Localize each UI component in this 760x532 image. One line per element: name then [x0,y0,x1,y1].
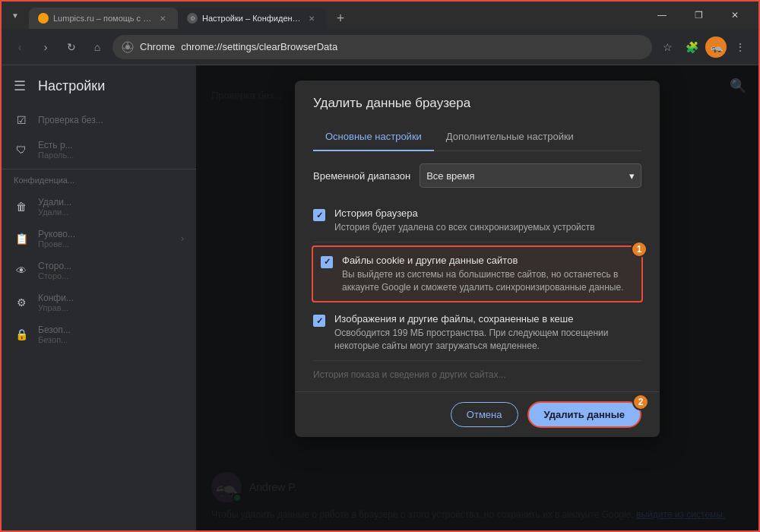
badge-2: 2 [632,394,649,410]
cookies-title: Файлы cookie и другие данные сайтов [342,255,634,266]
sidebar-item-book[interactable]: 📋 Руково... Прове... › [2,223,196,255]
cancel-button[interactable]: Отмена [451,402,518,427]
sidebar-item-lock-label: Безоп... Безоп... [38,325,184,344]
sidebar-title: Настройки [38,78,105,94]
browser-frame: ▼ Lumpics.ru – помощь с компью... ✕ ⚙ На… [0,0,760,532]
checkbox-cache: Изображения и другие файлы, сохраненные … [313,306,641,361]
modal-overlay: Удалить данные браузера Основные настрой… [196,65,758,530]
tab-favicon-lumpics [38,13,49,24]
sidebar-item-gear-label: Конфи... Управ... [38,293,184,312]
sidebar-item-check[interactable]: ☑ Проверка без... [2,106,196,134]
cache-title: Изображения и другие файлы, сохраненные … [334,313,641,325]
sidebar-header: ☰ Настройки [2,71,196,106]
sidebar-item-lock[interactable]: 🔒 Безоп... Безоп... [2,318,196,350]
svg-point-1 [125,45,130,49]
cache-desc: Освободится 199 МБ пространства. При сле… [334,327,641,353]
title-bar: ▼ Lumpics.ru – помощь с компью... ✕ ⚙ На… [2,2,758,29]
check-icon: ☑ [14,112,29,128]
sidebar-item-gear[interactable]: ⚙ Конфи... Управ... [2,287,196,318]
modal-body: Временной диапазон Все время ▾ История б… [295,151,660,391]
menu-dots-icon[interactable]: ⋮ [730,36,751,58]
tab-dropdown[interactable]: ▼ [8,8,23,23]
modal-footer: Отмена Удалить данные 2 [295,391,660,437]
content-area: 🔍 Проверка без... 🦡 Andrew P. Чтобы удал… [196,65,758,530]
book-icon: 📋 [14,231,29,246]
gear-icon: ⚙ [14,295,29,310]
home-button[interactable]: ⌂ [87,36,108,58]
sidebar-item-eye-label: Сторо... Сторо... [38,261,184,280]
shield-icon: 🛡 [14,142,29,157]
time-range-label: Временной диапазон [313,170,410,182]
sidebar-divider-1 [2,169,196,169]
svg-line-4 [123,48,125,49]
checkbox-cache-input[interactable] [313,315,325,327]
sidebar-item-book-label: Руково... Прове... [38,229,172,249]
sidebar-item-shield-label: Есть р... Пароль... [38,140,184,160]
trash-icon: 🗑 [14,199,29,214]
modal-header: Удалить данные браузера Основные настрой… [295,81,660,151]
time-range-select[interactable]: Все время ▾ [420,163,641,188]
sidebar-item-eye[interactable]: 👁 Сторо... Сторо... [2,255,196,287]
svg-line-3 [130,48,132,49]
tab-advanced[interactable]: Дополнительные настройки [434,123,586,151]
tabs-area: Lumpics.ru – помощь с компью... ✕ ⚙ Наст… [29,2,641,29]
sidebar: ☰ Настройки ☑ Проверка без... 🛡 Есть р..… [2,65,196,530]
forward-button[interactable]: › [35,36,56,58]
eye-icon: 👁 [14,263,29,278]
chrome-icon [122,41,134,53]
badge-1: 1 [631,241,648,258]
tab-title-lumpics: Lumpics.ru – помощь с компью... [53,14,152,23]
tab-close-settings[interactable]: ✕ [306,12,318,24]
address-actions: ☆ 🧩 🦡 ⋮ [657,36,751,58]
sidebar-item-shield[interactable]: 🛡 Есть р... Пароль... [2,134,196,166]
checkbox-cookies: Файлы cookie и другие данные сайтов Вы в… [312,245,643,303]
tab-basic[interactable]: Основные настройки [313,123,434,151]
sidebar-menu-icon[interactable]: ☰ [14,78,26,94]
address-input-container[interactable]: Chrome chrome://settings/clearBrowserDat… [112,35,652,59]
checkbox-history: История браузера История будет удалена с… [313,200,641,242]
checkbox-cookies-input[interactable] [321,256,333,268]
delete-button-wrapper: Удалить данные 2 [527,401,642,428]
delete-button[interactable]: Удалить данные [527,401,642,428]
sidebar-item-delete[interactable]: 🗑 Удали... Удали... [2,191,196,223]
extension-icon[interactable]: 🧩 [681,36,702,58]
minimize-button[interactable]: — [644,5,679,26]
bookmark-icon[interactable]: ☆ [657,36,678,58]
profile-button[interactable]: 🦡 [705,36,727,58]
modal-tabs: Основные настройки Дополнительные настро… [313,123,641,151]
maximize-button[interactable]: ❐ [681,5,716,26]
cookies-desc: Вы выйдете из системы на большинстве сай… [342,268,634,294]
sidebar-item-delete-label: Удали... Удали... [38,197,184,217]
checkbox-cache-text: Изображения и другие файлы, сохраненные … [334,313,641,353]
tab-lumpics[interactable]: Lumpics.ru – помощь с компью... ✕ [29,8,178,29]
title-bar-controls: ▼ [8,8,23,23]
tab-favicon-settings: ⚙ [187,13,198,24]
tab-close-lumpics[interactable]: ✕ [157,12,169,24]
sidebar-item-check-label: Проверка без... [38,115,184,125]
main-content: ☰ Настройки ☑ Проверка без... 🛡 Есть р..… [2,65,758,530]
arrow-icon: › [181,233,184,244]
back-button[interactable]: ‹ [9,36,30,58]
address-bar: ‹ › ↻ ⌂ Chrome chrome://settings/clearBr… [2,29,758,65]
more-history-item: История показа и сведения о других сайта… [313,361,641,379]
reload-button[interactable]: ↻ [61,36,82,58]
checkbox-cookies-text: Файлы cookie и другие данные сайтов Вы в… [342,255,634,294]
chrome-label: Chrome [140,41,175,52]
close-button[interactable]: ✕ [717,5,752,26]
lock-icon: 🔒 [14,327,29,342]
tab-title-settings: Настройки – Конфиденциальн... [202,14,301,23]
checkbox-history-text: История браузера История будет удалена с… [334,207,641,234]
konfidentsialnost-label: Конфиденциа... [2,173,196,188]
address-text: chrome://settings/clearBrowserData [181,41,643,52]
modal-title: Удалить данные браузера [313,96,641,111]
window-controls: — ❐ ✕ [644,5,752,26]
tab-settings[interactable]: ⚙ Настройки – Конфиденциальн... ✕ [178,8,327,29]
history-title: История браузера [334,207,641,219]
clear-data-modal: Удалить данные браузера Основные настрой… [295,81,660,437]
time-range-row: Временной диапазон Все время ▾ [313,163,641,188]
history-desc: История будет удалена со всех синхронизи… [334,221,641,234]
new-tab-button[interactable]: + [330,8,351,29]
checkbox-history-input[interactable] [313,209,325,221]
